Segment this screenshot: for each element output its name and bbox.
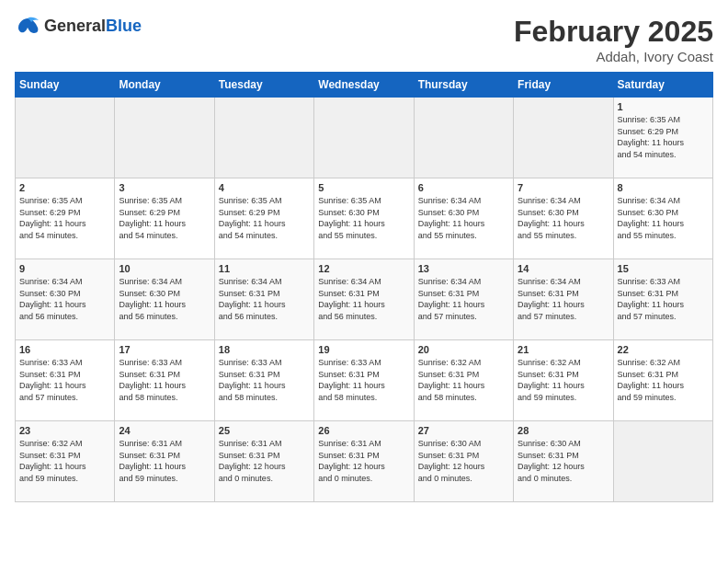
- calendar-cell: [16, 98, 115, 178]
- calendar-subtitle: Addah, Ivory Coast: [514, 49, 713, 64]
- day-number: 27: [418, 425, 509, 436]
- day-info: Sunrise: 6:34 AM Sunset: 6:30 PM Dayligh…: [618, 195, 709, 241]
- calendar-title: February 2025: [514, 15, 713, 49]
- day-info: Sunrise: 6:35 AM Sunset: 6:29 PM Dayligh…: [19, 195, 110, 241]
- day-number: 18: [219, 344, 310, 355]
- day-number: 2: [19, 182, 110, 193]
- weekday-header-friday: Friday: [514, 73, 613, 98]
- calendar-cell: 9Sunrise: 6:34 AM Sunset: 6:30 PM Daylig…: [16, 259, 115, 340]
- day-number: 9: [19, 263, 110, 274]
- calendar-cell: 28Sunrise: 6:30 AM Sunset: 6:31 PM Dayli…: [514, 421, 613, 502]
- day-info: Sunrise: 6:35 AM Sunset: 6:29 PM Dayligh…: [219, 195, 310, 241]
- day-number: 19: [318, 344, 409, 355]
- weekday-header-saturday: Saturday: [613, 73, 712, 98]
- day-number: 17: [119, 344, 210, 355]
- day-info: Sunrise: 6:30 AM Sunset: 6:31 PM Dayligh…: [418, 438, 509, 484]
- calendar-cell: 3Sunrise: 6:35 AM Sunset: 6:29 PM Daylig…: [115, 178, 214, 259]
- calendar-cell: [115, 98, 214, 178]
- calendar-cell: 6Sunrise: 6:34 AM Sunset: 6:30 PM Daylig…: [414, 178, 513, 259]
- day-number: 8: [618, 182, 709, 193]
- calendar-cell: 5Sunrise: 6:35 AM Sunset: 6:30 PM Daylig…: [314, 178, 414, 259]
- day-number: 1: [618, 101, 709, 112]
- day-number: 5: [318, 182, 409, 193]
- day-info: Sunrise: 6:34 AM Sunset: 6:30 PM Dayligh…: [518, 195, 609, 241]
- calendar-cell: 19Sunrise: 6:33 AM Sunset: 6:31 PM Dayli…: [314, 340, 414, 421]
- day-number: 13: [418, 263, 509, 274]
- calendar-cell: 11Sunrise: 6:34 AM Sunset: 6:31 PM Dayli…: [214, 259, 313, 340]
- day-number: 14: [518, 263, 609, 274]
- calendar-cell: 4Sunrise: 6:35 AM Sunset: 6:29 PM Daylig…: [214, 178, 313, 259]
- day-info: Sunrise: 6:35 AM Sunset: 6:30 PM Dayligh…: [318, 195, 409, 241]
- calendar-cell: 22Sunrise: 6:32 AM Sunset: 6:31 PM Dayli…: [613, 340, 712, 421]
- calendar-cell: 2Sunrise: 6:35 AM Sunset: 6:29 PM Daylig…: [16, 178, 115, 259]
- day-info: Sunrise: 6:33 AM Sunset: 6:31 PM Dayligh…: [219, 357, 310, 403]
- calendar-cell: [214, 98, 313, 178]
- calendar-week-5: 23Sunrise: 6:32 AM Sunset: 6:31 PM Dayli…: [16, 421, 713, 502]
- calendar-cell: 23Sunrise: 6:32 AM Sunset: 6:31 PM Dayli…: [16, 421, 115, 502]
- day-info: Sunrise: 6:34 AM Sunset: 6:30 PM Dayligh…: [119, 276, 210, 322]
- calendar-cell: [314, 98, 414, 178]
- header: GeneralBlue February 2025 Addah, Ivory C…: [15, 15, 713, 64]
- calendar-cell: 13Sunrise: 6:34 AM Sunset: 6:31 PM Dayli…: [414, 259, 513, 340]
- day-info: Sunrise: 6:31 AM Sunset: 6:31 PM Dayligh…: [318, 438, 409, 484]
- day-info: Sunrise: 6:30 AM Sunset: 6:31 PM Dayligh…: [518, 438, 609, 484]
- day-info: Sunrise: 6:31 AM Sunset: 6:31 PM Dayligh…: [119, 438, 210, 484]
- day-info: Sunrise: 6:34 AM Sunset: 6:31 PM Dayligh…: [318, 276, 409, 322]
- day-info: Sunrise: 6:32 AM Sunset: 6:31 PM Dayligh…: [618, 357, 709, 403]
- calendar-cell: 24Sunrise: 6:31 AM Sunset: 6:31 PM Dayli…: [115, 421, 214, 502]
- calendar-cell: 7Sunrise: 6:34 AM Sunset: 6:30 PM Daylig…: [514, 178, 613, 259]
- weekday-header-row: SundayMondayTuesdayWednesdayThursdayFrid…: [16, 73, 713, 98]
- logo: GeneralBlue: [15, 15, 142, 37]
- weekday-header-thursday: Thursday: [414, 73, 513, 98]
- day-info: Sunrise: 6:33 AM Sunset: 6:31 PM Dayligh…: [618, 276, 709, 322]
- day-info: Sunrise: 6:34 AM Sunset: 6:31 PM Dayligh…: [518, 276, 609, 322]
- calendar-cell: 25Sunrise: 6:31 AM Sunset: 6:31 PM Dayli…: [214, 421, 313, 502]
- calendar-cell: 17Sunrise: 6:33 AM Sunset: 6:31 PM Dayli…: [115, 340, 214, 421]
- day-number: 15: [618, 263, 709, 274]
- day-info: Sunrise: 6:31 AM Sunset: 6:31 PM Dayligh…: [219, 438, 310, 484]
- calendar-week-4: 16Sunrise: 6:33 AM Sunset: 6:31 PM Dayli…: [16, 340, 713, 421]
- day-info: Sunrise: 6:32 AM Sunset: 6:31 PM Dayligh…: [19, 438, 110, 484]
- calendar-week-1: 1Sunrise: 6:35 AM Sunset: 6:29 PM Daylig…: [16, 98, 713, 178]
- calendar-week-3: 9Sunrise: 6:34 AM Sunset: 6:30 PM Daylig…: [16, 259, 713, 340]
- day-number: 20: [418, 344, 509, 355]
- calendar-cell: [613, 421, 712, 502]
- day-number: 24: [119, 425, 210, 436]
- day-number: 12: [318, 263, 409, 274]
- day-number: 4: [219, 182, 310, 193]
- calendar-cell: 10Sunrise: 6:34 AM Sunset: 6:30 PM Dayli…: [115, 259, 214, 340]
- calendar-cell: 14Sunrise: 6:34 AM Sunset: 6:31 PM Dayli…: [514, 259, 613, 340]
- day-number: 16: [19, 344, 110, 355]
- weekday-header-sunday: Sunday: [16, 73, 115, 98]
- day-info: Sunrise: 6:35 AM Sunset: 6:29 PM Dayligh…: [119, 195, 210, 241]
- day-info: Sunrise: 6:35 AM Sunset: 6:29 PM Dayligh…: [618, 114, 709, 160]
- day-number: 3: [119, 182, 210, 193]
- day-info: Sunrise: 6:33 AM Sunset: 6:31 PM Dayligh…: [119, 357, 210, 403]
- weekday-header-wednesday: Wednesday: [314, 73, 414, 98]
- day-info: Sunrise: 6:32 AM Sunset: 6:31 PM Dayligh…: [418, 357, 509, 403]
- day-number: 10: [119, 263, 210, 274]
- calendar-cell: [414, 98, 513, 178]
- day-info: Sunrise: 6:34 AM Sunset: 6:31 PM Dayligh…: [219, 276, 310, 322]
- weekday-header-tuesday: Tuesday: [214, 73, 313, 98]
- calendar-cell: 16Sunrise: 6:33 AM Sunset: 6:31 PM Dayli…: [16, 340, 115, 421]
- day-number: 23: [19, 425, 110, 436]
- weekday-header-monday: Monday: [115, 73, 214, 98]
- calendar-cell: 27Sunrise: 6:30 AM Sunset: 6:31 PM Dayli…: [414, 421, 513, 502]
- calendar-cell: [514, 98, 613, 178]
- day-number: 7: [518, 182, 609, 193]
- calendar-cell: 20Sunrise: 6:32 AM Sunset: 6:31 PM Dayli…: [414, 340, 513, 421]
- day-number: 25: [219, 425, 310, 436]
- day-number: 21: [518, 344, 609, 355]
- day-number: 26: [318, 425, 409, 436]
- day-number: 28: [518, 425, 609, 436]
- day-info: Sunrise: 6:34 AM Sunset: 6:31 PM Dayligh…: [418, 276, 509, 322]
- calendar-cell: 21Sunrise: 6:32 AM Sunset: 6:31 PM Dayli…: [514, 340, 613, 421]
- calendar-week-2: 2Sunrise: 6:35 AM Sunset: 6:29 PM Daylig…: [16, 178, 713, 259]
- day-number: 6: [418, 182, 509, 193]
- calendar-cell: 15Sunrise: 6:33 AM Sunset: 6:31 PM Dayli…: [613, 259, 712, 340]
- logo-general: General: [44, 17, 106, 35]
- calendar-cell: 26Sunrise: 6:31 AM Sunset: 6:31 PM Dayli…: [314, 421, 414, 502]
- day-info: Sunrise: 6:34 AM Sunset: 6:30 PM Dayligh…: [19, 276, 110, 322]
- title-area: February 2025 Addah, Ivory Coast: [514, 15, 713, 64]
